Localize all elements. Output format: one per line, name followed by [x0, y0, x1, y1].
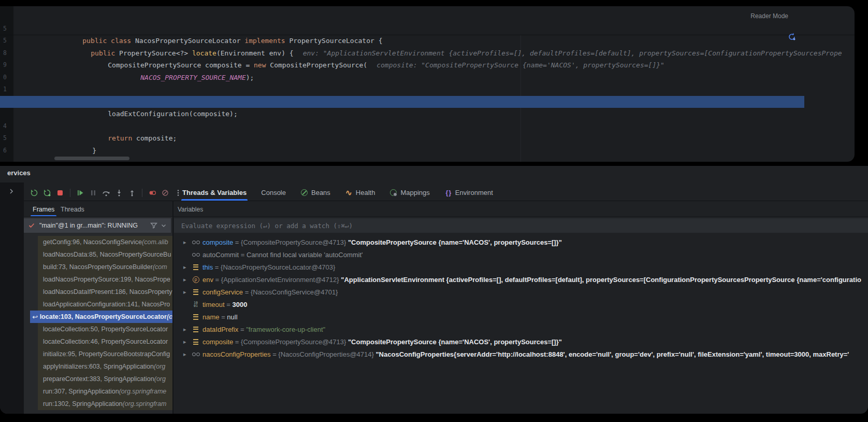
code-line[interactable]: 1 loadSharedConfiguration(composite); [0, 72, 855, 84]
stack-frame-row[interactable]: loadNacosPropertySource:199, NacosPrope [24, 273, 172, 286]
stack-frame-row[interactable]: locateCollection:50, PropertySourceLocat… [24, 323, 172, 335]
stack-frame-row[interactable]: locateCollection:46, PropertySourceLocat… [24, 335, 172, 348]
chevron-down-icon[interactable] [161, 222, 167, 229]
variable-name: configService [202, 288, 243, 296]
chevron-right-icon[interactable] [183, 239, 191, 246]
mute-breakpoints-icon[interactable] [147, 187, 158, 199]
code-line[interactable]: 5 public PropertySource<?> locate(Enviro… [0, 23, 855, 35]
code-line[interactable]: 0 [0, 59, 855, 72]
variable-row[interactable]: dataIdPrefix = "framework-core-up-client… [174, 323, 868, 335]
equals-sign: = [213, 263, 221, 271]
stack-frame-row[interactable]: build:73, NacosPropertySourceBuilder (co… [24, 261, 172, 273]
code-editor[interactable]: 5 public class NacosPropertySourceLocato… [0, 6, 855, 162]
variable-ref: {NacosPropertySourceLocator@4703} [221, 263, 335, 271]
step-over-icon[interactable] [100, 187, 112, 199]
chevron-right-icon[interactable] [183, 339, 191, 345]
variable-row[interactable]: composite = {CompositePropertySource@471… [174, 236, 868, 248]
code-line[interactable]: 8 CompositePropertySource composite = ne… [0, 35, 855, 47]
chevron-right-icon[interactable] [183, 326, 191, 333]
frame-package: (org.springfram [123, 400, 167, 407]
variable-row[interactable]: name = null [174, 311, 868, 323]
variable-value: Cannot find local variable 'autoCommit' [247, 251, 363, 259]
tab-label: Health [356, 189, 375, 196]
variable-row[interactable]: configService = {NacosConfigService@4701… [174, 286, 868, 298]
ide-screen: 5 public class NacosPropertySourceLocato… [0, 0, 868, 422]
variable-value: "CompositePropertySource {name='NACOS', … [348, 238, 562, 246]
rerun-attach-icon[interactable] [41, 187, 53, 199]
stack-frame-row[interactable]: run:307, SpringApplication (org.springfr… [24, 385, 172, 398]
debug-tab[interactable]: Health [345, 185, 375, 201]
equals-sign: = [238, 326, 246, 333]
services-window-title: ervices [7, 169, 31, 177]
variables-list: composite = {CompositePropertySource@471… [174, 236, 868, 414]
stack-frame-row[interactable]: loadNacosData:85, NacosPropertySourceBu [24, 248, 172, 261]
code-line[interactable]: 3 loadApplicationConfiguration(composite… [0, 96, 804, 108]
filter-funnel-icon[interactable] [150, 222, 157, 229]
resume-icon[interactable] [75, 187, 86, 199]
variable-ref: {CompositePropertySource@4713} [241, 338, 348, 346]
stop-icon[interactable] [54, 187, 66, 199]
step-into-icon[interactable] [113, 187, 125, 199]
stack-frame-row[interactable]: run:1302, SpringApplication (org.springf… [24, 398, 172, 410]
reader-mode-label[interactable]: Reader Mode [750, 12, 788, 20]
code-lines: 5 public class NacosPropertySourceLocato… [0, 10, 855, 159]
pause-icon[interactable] [88, 187, 99, 199]
rerun-icon[interactable] [28, 187, 40, 199]
step-out-icon[interactable] [126, 187, 138, 199]
stack-frame-row[interactable]: prepareContext:383, SpringApplication (o… [24, 373, 172, 385]
evaluate-expression-input[interactable]: Evaluate expression (↵) or add a watch (… [174, 218, 868, 233]
frame-package: (com [153, 263, 167, 271]
debug-tab[interactable]: Mappings [389, 185, 429, 201]
code-line[interactable]: 6 [0, 132, 855, 145]
variable-row[interactable]: timeout = 3000 [174, 298, 868, 311]
tab-threads[interactable]: Threads [61, 203, 84, 216]
code-line[interactable]: 5 public class NacosPropertySourceLocato… [0, 10, 855, 23]
variable-row[interactable]: this = {NacosPropertySourceLocator@4703} [174, 261, 868, 273]
tab-frames[interactable]: Frames [33, 203, 54, 216]
code-line[interactable]: 4 return composite; [0, 108, 855, 120]
variable-row[interactable]: nacosConfigProperties = {NacosConfigProp… [174, 348, 868, 360]
variable-name: nacosConfigProperties [202, 350, 271, 358]
thread-selector[interactable]: "main"@1 in gr...main": RUNNING [24, 218, 171, 233]
frame-label: locate:103, NacosPropertySourceLocator [40, 313, 167, 320]
stack-frame-row[interactable]: loadApplicationConfiguration:141, NacosP… [24, 298, 172, 311]
equals-sign: = [213, 276, 221, 284]
floating-refresh-icon[interactable] [785, 30, 799, 44]
debug-tab[interactable]: Console [261, 185, 286, 201]
no-dump-icon[interactable] [160, 187, 171, 199]
stack-frame-row[interactable]: locate:103, NacosPropertySourceLocator (… [24, 311, 172, 323]
tab-icon [389, 189, 397, 196]
variable-type-icon [192, 313, 200, 321]
chevron-right-icon[interactable] [183, 289, 191, 296]
variable-row[interactable]: env = {ApplicationServletEnvironment@471… [174, 273, 868, 286]
stack-frame-row[interactable]: initialize:95, PropertySourceBootstrapCo… [24, 348, 172, 360]
code-line-text: loadApplicationConfiguration(composite, … [67, 96, 804, 108]
chevron-right-icon[interactable] [6, 186, 17, 196]
chevron-right-icon[interactable] [183, 276, 191, 283]
horizontal-scrollbar[interactable] [54, 157, 129, 160]
variable-row[interactable]: composite = {CompositePropertySource@471… [174, 335, 868, 348]
code-line[interactable]: 5 } [0, 120, 855, 133]
variable-name: dataIdPrefix [202, 326, 238, 333]
variable-value: 3000 [232, 301, 247, 308]
frame-label: initialize:95, PropertySourceBootstrapCo… [43, 350, 170, 358]
debug-tab[interactable]: Threads & Variables [182, 185, 247, 201]
stack-frame-row[interactable]: applyInitializers:603, SpringApplication… [24, 360, 172, 373]
code-line[interactable]: 9 NACOS_PROPERTY_SOURCE_NAME); [0, 47, 855, 60]
frame-package: (org [154, 375, 166, 383]
panel-separator[interactable] [172, 201, 173, 414]
equals-sign: = [233, 238, 241, 246]
chevron-right-icon[interactable] [183, 351, 191, 358]
chevron-right-icon[interactable] [183, 264, 191, 271]
frame-package: (com.alib [142, 238, 168, 246]
debug-tab[interactable]: Beans [300, 185, 330, 201]
tab-icon [444, 189, 452, 196]
variable-row[interactable]: autoCommit = Cannot find local variable … [174, 248, 868, 261]
stack-frame-row[interactable]: loadNacosDataIfPresent:186, NacosPropert… [24, 286, 172, 298]
tab-label: Beans [311, 189, 330, 196]
debug-tab[interactable]: Environment [444, 185, 493, 201]
stack-frame-row[interactable]: getConfig:96, NacosConfigService (com.al… [24, 236, 172, 248]
variable-type-icon [192, 288, 200, 296]
frame-package: (org [154, 363, 165, 370]
code-line[interactable]: 2 loadExtConfiguration(composite); [0, 83, 855, 96]
